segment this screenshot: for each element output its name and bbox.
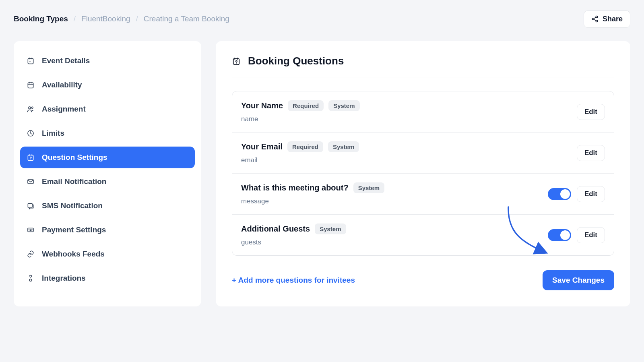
settings-sidebar: Event Details Availability Assignment Li… [14,41,201,306]
calendar-icon [27,81,35,89]
question-enabled-toggle[interactable] [548,229,571,241]
integrations-icon [27,274,35,282]
booking-questions-icon [232,57,241,66]
sidebar-item-label: Payment Settings [42,225,106,234]
save-changes-button[interactable]: Save Changes [543,270,614,290]
share-button[interactable]: Share [584,10,630,28]
question-field-key: message [241,197,384,205]
sidebar-item-label: Email Notification [42,177,106,186]
system-chip: System [315,223,346,234]
sidebar-item-label: Webhooks Feeds [42,250,105,259]
required-chip: Required [288,100,324,111]
svg-point-7 [29,107,31,109]
sidebar-item-label: Integrations [42,274,86,283]
question-title: Your Name [241,101,283,110]
edit-button[interactable]: Edit [577,227,605,243]
svg-point-16 [29,279,32,281]
sidebar-item-webhooks-feeds[interactable]: Webhooks Feeds [20,243,195,265]
users-icon [27,105,35,113]
share-icon [591,15,599,23]
question-title: Your Email [241,142,283,151]
sidebar-item-limits[interactable]: Limits [20,122,195,144]
sidebar-item-payment-settings[interactable]: Payment Settings [20,219,195,241]
questions-list: Your Name Required System name Edit Y [232,91,614,256]
question-enabled-toggle[interactable] [548,188,571,200]
svg-line-3 [594,19,596,21]
svg-rect-10 [28,155,33,160]
breadcrumb-current: Creating a Team Booking [144,14,229,23]
sidebar-item-question-settings[interactable]: Question Settings [20,147,195,168]
sidebar-item-label: Availability [42,81,82,89]
question-row: What is this meeting about? System messa… [232,174,614,215]
sidebar-item-availability[interactable]: Availability [20,74,195,96]
payment-icon [27,226,35,234]
svg-rect-6 [28,83,33,88]
question-field-key: email [241,156,359,164]
sms-icon [27,202,35,210]
breadcrumb-root[interactable]: Booking Types [14,14,68,23]
link-icon [27,250,35,258]
section-title: Booking Questions [248,55,344,67]
system-chip: System [328,100,359,111]
sidebar-item-label: SMS Notification [42,201,103,210]
system-chip: System [353,182,384,193]
sidebar-item-label: Question Settings [42,153,107,162]
edit-button[interactable]: Edit [577,104,605,120]
sidebar-item-label: Limits [42,129,64,138]
breadcrumb: Booking Types / FluentBooking / Creating… [14,14,229,23]
question-row: Your Name Required System name Edit [232,91,614,132]
question-field-key: guests [241,238,346,246]
question-row: Additional Guests System guests [232,215,614,255]
event-details-icon [27,57,35,65]
sidebar-item-label: Event Details [42,56,90,65]
svg-point-18 [236,63,237,63]
sidebar-item-assignment[interactable]: Assignment [20,98,195,120]
svg-point-8 [31,107,33,108]
svg-rect-13 [28,203,32,208]
question-settings-icon [27,153,35,161]
edit-button[interactable]: Edit [577,145,605,161]
sidebar-item-integrations[interactable]: Integrations [20,267,195,289]
svg-point-11 [31,159,31,159]
sidebar-item-sms-notification[interactable]: SMS Notification [20,195,195,217]
svg-point-15 [30,229,31,231]
sidebar-item-label: Assignment [42,105,86,114]
breadcrumb-sep: / [136,14,138,23]
mail-icon [27,178,35,186]
booking-questions-panel: Booking Questions Your Name Required Sys… [216,41,630,306]
add-more-questions-link[interactable]: + Add more questions for invitees [232,276,355,285]
svg-rect-17 [233,58,239,64]
question-title: Additional Guests [241,224,310,234]
sidebar-item-event-details[interactable]: Event Details [20,50,195,72]
breadcrumb-group[interactable]: FluentBooking [81,14,130,23]
share-button-label: Share [603,15,623,23]
clock-icon [27,129,35,137]
question-field-key: name [241,115,360,123]
required-chip: Required [287,141,323,152]
breadcrumb-sep: / [74,14,76,23]
system-chip: System [328,141,359,152]
sidebar-item-email-notification[interactable]: Email Notification [20,171,195,192]
question-title: What is this meeting about? [241,183,349,192]
edit-button[interactable]: Edit [577,186,605,202]
svg-line-4 [594,17,596,19]
question-row: Your Email Required System email Edit [232,132,614,174]
